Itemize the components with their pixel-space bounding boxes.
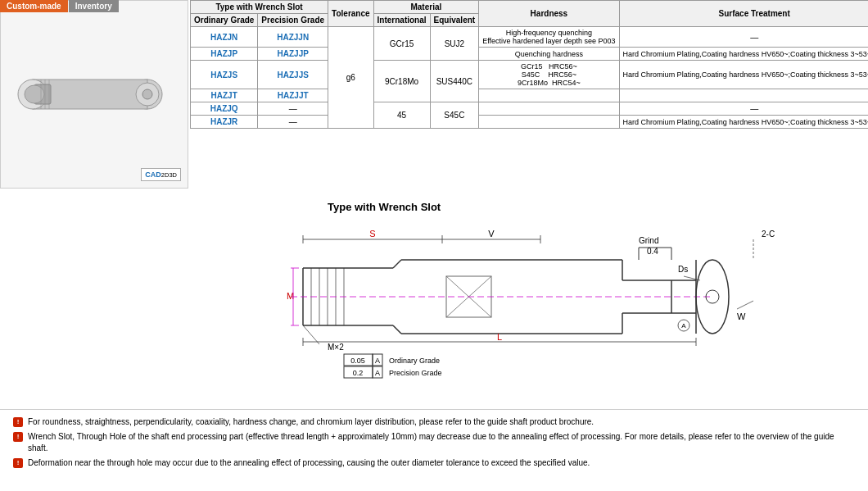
svg-text:M×2: M×2 [328,343,344,352]
svg-line-19 [393,260,401,268]
table-row: HAZJT HAZJJT [191,89,869,102]
hardness-4 [479,89,619,102]
svg-point-9 [142,89,152,99]
header-material: Material [373,1,479,14]
note-item-1: !For roundness, straightness, perpendicu… [13,416,855,428]
product-image [16,29,172,160]
svg-text:A: A [375,357,380,365]
note-text: For roundness, straightness, perpendicul… [28,416,594,428]
surface-2: Hard Chromium Plating,Coating hardness H… [619,48,868,61]
part-precision[interactable]: HAZJJN [258,27,328,48]
part-precision: — [258,102,328,116]
inventory-badge[interactable]: Inventory [69,0,119,12]
surface-6: Hard Chromium Plating,Coating hardness H… [619,116,868,129]
note-icon: ! [13,458,23,468]
material-9cr18mo: 9Cr18Mo [373,61,430,102]
part-precision: — [258,116,328,129]
part-precision[interactable]: HAZJJT [258,89,328,102]
material-gcr15: GCr15 [373,27,430,61]
header-surface: Surface Treatment [619,1,868,27]
surface-5: — [619,102,868,116]
table-row: HAZJS HAZJJS 9Cr18Mo SUS440C GCr15 HRC56… [191,61,869,89]
notes-area: !For roundness, straightness, perpendicu… [0,409,868,491]
col-equivalent: Equivalent [430,14,479,27]
note-text: Deformation near the through hole may oc… [28,457,590,469]
hardness-6 [479,116,619,129]
hardness-5 [479,102,619,116]
note-icon: ! [13,432,23,442]
col-precision: Precision Grade [258,14,328,27]
cad-label: CAD [145,170,161,179]
table-row: HAZJP HAZJJP Quenching hardness Hard Chr… [191,48,869,61]
cad-2d-label: 2D [161,171,170,179]
svg-text:Grind: Grind [639,236,658,245]
svg-line-70 [737,301,753,309]
part-ordinary[interactable]: HAZJT [191,89,258,102]
material-45: 45 [373,102,430,129]
table-row: HAZJQ — 45 S45C — [191,102,869,116]
surface-4 [619,89,868,102]
hardness-1: High-frequency quenchingEffective harden… [479,27,619,48]
col-ordinary: Ordinary Grade [191,14,258,27]
hardness-2: Quenching hardness [479,48,619,61]
svg-text:S: S [369,229,375,239]
table-row: HAZJR — Hard Chromium Plating,Coating ha… [191,116,869,129]
part-ordinary[interactable]: HAZJS [191,61,258,89]
top-nav: Custom-made Inventory [0,0,119,12]
svg-line-20 [393,325,401,334]
svg-text:2-C: 2-C [762,230,775,239]
product-table: Type with Wrench Slot Tolerance Material… [190,0,868,129]
hardness-3: GCr15 HRC56~S45C HRC56~9Cr18Mo HRC54~ [479,61,619,89]
svg-text:Type with Wrench Slot: Type with Wrench Slot [328,201,441,213]
svg-text:L: L [497,332,502,342]
surface-3: Hard Chromium Plating,Coating hardness H… [619,61,868,89]
note-item-2: !Wrench Slot, Through Hole of the shaft … [13,431,855,454]
svg-text:A: A [681,322,686,330]
product-table-area: Type with Wrench Slot Tolerance Material… [190,0,868,189]
custom-made-badge[interactable]: Custom-made [0,0,68,12]
note-text: Wrench Slot, Through Hole of the shaft e… [28,431,855,454]
header-tolerance: Tolerance [328,1,374,27]
diagram-area: Type with Wrench Slot [0,190,868,379]
svg-text:Ds: Ds [678,265,688,274]
svg-text:V: V [488,229,495,239]
header-hardness: Hardness [479,1,619,27]
svg-point-4 [25,85,44,103]
surface-1: — [619,27,868,48]
material-suj2: SUJ2 [430,27,479,61]
part-ordinary[interactable]: HAZJN [191,27,258,48]
tolerance-g6: g6 [328,27,374,129]
svg-text:0.05: 0.05 [350,357,365,365]
part-ordinary[interactable]: HAZJP [191,48,258,61]
note-item-3: !Deformation near the through hole may o… [13,457,855,469]
svg-line-62 [303,325,319,344]
material-s45c: S45C [430,102,479,129]
cad-3d-label: 3D [169,171,177,179]
svg-text:Precision Grade: Precision Grade [389,369,442,377]
part-ordinary[interactable]: HAZJR [191,116,258,129]
svg-text:Ordinary Grade: Ordinary Grade [389,357,440,365]
table-row: HAZJN HAZJJN g6 GCr15 SUJ2 High-frequenc… [191,27,869,48]
part-precision[interactable]: HAZJJP [258,48,328,61]
note-icon: ! [13,417,23,427]
part-precision[interactable]: HAZJJS [258,61,328,89]
svg-text:W: W [737,311,746,321]
header-type: Type with Wrench Slot [191,1,328,14]
part-ordinary[interactable]: HAZJQ [191,102,258,116]
cad-button[interactable]: CAD 2D 3D [141,168,181,181]
product-image-panel: CAD 2D 3D [0,0,188,189]
svg-text:0.4: 0.4 [647,247,658,256]
svg-text:0.2: 0.2 [353,369,364,377]
col-international: International [373,14,430,27]
material-sus440c: SUS440C [430,61,479,102]
svg-text:A: A [375,369,380,377]
technical-diagram: Type with Wrench Slot [0,190,868,379]
